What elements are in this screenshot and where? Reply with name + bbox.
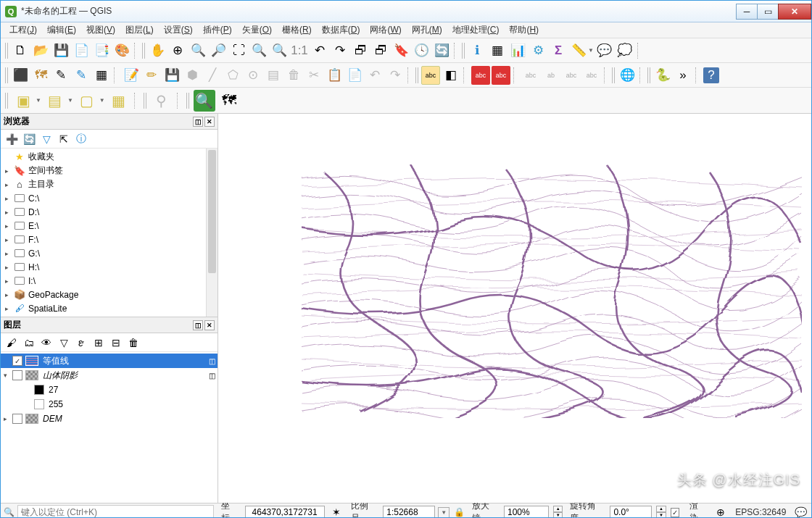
locator-input[interactable]: [17, 505, 214, 518]
layer-item-dem[interactable]: ▸ DEM: [1, 412, 218, 426]
copy-features-icon[interactable]: 📋: [325, 66, 344, 85]
browser-item-drive-e[interactable]: ▸E:\: [1, 219, 218, 233]
layer-visibility-checkbox[interactable]: ✓: [12, 356, 22, 366]
toolbar-handle[interactable]: [5, 43, 9, 59]
menu-mesh[interactable]: 网孔(M): [407, 22, 447, 38]
label-pin-icon[interactable]: abc: [471, 66, 490, 85]
browser-tree[interactable]: ★收藏夹 ▸🔖空间书签 ▸⌂主目录 ▸C:\ ▸D:\ ▸E:\ ▸F:\ ▸G…: [1, 149, 218, 317]
measure-icon[interactable]: 📏: [569, 41, 588, 60]
paste-features-icon[interactable]: 📄: [345, 66, 364, 85]
menu-view[interactable]: 视图(V): [82, 22, 120, 38]
toolbar-handle[interactable]: [144, 93, 148, 109]
label-unpinned-icon[interactable]: abc: [492, 66, 510, 85]
toolbar-handle[interactable]: [186, 93, 191, 109]
add-layer-icon[interactable]: ➕: [4, 131, 20, 147]
save-edits-icon[interactable]: 💾: [162, 66, 181, 85]
refresh-icon[interactable]: 🔄: [432, 41, 451, 60]
browser-item-drive-h[interactable]: ▸H:\: [1, 260, 218, 274]
browser-item-drive-d[interactable]: ▸D:\: [1, 205, 218, 219]
toolbar-handle[interactable]: [415, 67, 420, 83]
show-tips-icon[interactable]: 💭: [616, 41, 634, 60]
scale-input[interactable]: [383, 506, 435, 519]
zoom-last-icon[interactable]: ↶: [310, 41, 329, 60]
attributes-table-icon[interactable]: ▦: [488, 41, 507, 60]
label-rotate-icon[interactable]: abc: [562, 66, 581, 85]
label-diagram-icon[interactable]: ◧: [442, 66, 460, 85]
crs-icon[interactable]: ⊕: [713, 504, 729, 518]
layer-child-27[interactable]: 27: [1, 383, 218, 397]
zoom-selection-icon[interactable]: 🔍: [249, 41, 268, 60]
new-print-layout-icon[interactable]: 📄: [72, 41, 91, 60]
menu-web[interactable]: 网络(W): [365, 22, 405, 38]
toolbar-handle[interactable]: [647, 67, 652, 83]
label-change-icon[interactable]: abc: [582, 66, 601, 85]
filter-icon[interactable]: ▽: [38, 131, 54, 147]
help-icon[interactable]: ?: [703, 67, 719, 83]
zoom-layer-icon[interactable]: 🔍: [270, 41, 289, 60]
locate-icon[interactable]: 🔍: [194, 90, 215, 112]
label-abc-icon[interactable]: abc: [421, 66, 440, 85]
current-edits-icon[interactable]: 📝: [122, 66, 141, 85]
refresh-icon[interactable]: 🔄: [21, 131, 37, 147]
add-vector-icon[interactable]: ⬛: [11, 66, 30, 85]
layers-tree[interactable]: ✓ 等值线 ◫ ▾ 山体阴影 ◫ 27 2: [1, 352, 218, 503]
browser-item-bookmarks[interactable]: ▸🔖空间书签: [1, 164, 218, 177]
expand-all-icon[interactable]: ⊞: [91, 335, 107, 351]
browser-item-favorites[interactable]: ★收藏夹: [1, 150, 218, 164]
select-by-value-icon[interactable]: ▤: [44, 90, 66, 112]
menu-help[interactable]: 帮助(H): [505, 22, 543, 38]
new-map-view-icon[interactable]: 🗗: [351, 41, 370, 60]
toolbox-icon[interactable]: ⚙: [529, 41, 547, 60]
magnifier-spinner[interactable]: ▲▼: [553, 506, 563, 518]
vertex-tool-icon[interactable]: ⊙: [244, 66, 262, 85]
menu-plugins[interactable]: 插件(P): [199, 22, 236, 38]
layer-item-contours[interactable]: ✓ 等值线 ◫: [1, 354, 218, 368]
add-line-icon[interactable]: ╱: [203, 66, 222, 85]
label-move-icon[interactable]: ab: [542, 66, 560, 85]
pan-to-selection-icon[interactable]: ⊕: [168, 41, 187, 60]
menu-settings[interactable]: 设置(S): [160, 22, 197, 38]
manage-visibility-icon[interactable]: 👁: [38, 335, 54, 351]
layer-visibility-checkbox[interactable]: [12, 370, 22, 380]
collapse-all-icon[interactable]: ⇱: [56, 131, 72, 147]
map-tips-icon[interactable]: 💬: [595, 41, 614, 60]
rotation-input[interactable]: [610, 506, 652, 519]
georef-icon[interactable]: 🗺: [218, 90, 240, 112]
open-style-icon[interactable]: 🖌: [4, 335, 20, 351]
menu-layer[interactable]: 图层(L): [121, 22, 158, 38]
rotation-spinner[interactable]: ▲▼: [656, 506, 666, 518]
zoom-out-icon[interactable]: 🔎: [209, 41, 228, 60]
zoom-next-icon[interactable]: ↷: [331, 41, 349, 60]
panel-float-button[interactable]: ◫: [193, 117, 203, 127]
toggle-editing-icon[interactable]: ✏: [142, 66, 161, 85]
collapse-all-icon[interactable]: ⊟: [108, 335, 124, 351]
magnifier-input[interactable]: [504, 506, 549, 519]
overflow-icon[interactable]: »: [674, 66, 692, 85]
browser-item-drive-g[interactable]: ▸G:\: [1, 246, 218, 260]
label-highlight-icon[interactable]: abc: [521, 66, 540, 85]
select-features-icon[interactable]: ▣: [12, 90, 34, 112]
toolbar-handle[interactable]: [5, 67, 9, 83]
new-memory-icon[interactable]: ▦: [92, 66, 111, 85]
filter-icon[interactable]: ⚲: [151, 90, 173, 112]
menu-raster[interactable]: 栅格(R): [278, 22, 316, 38]
add-polygon-icon[interactable]: ⬠: [223, 66, 242, 85]
browser-item-geopackage[interactable]: ▸📦GeoPackage: [1, 288, 218, 301]
zoom-in-icon[interactable]: 🔍: [188, 41, 207, 60]
zoom-full-icon[interactable]: ⛶: [229, 41, 248, 60]
panel-float-button[interactable]: ◫: [193, 320, 203, 330]
python-console-icon[interactable]: 🐍: [653, 66, 672, 85]
cut-features-icon[interactable]: ✂: [304, 66, 323, 85]
lock-scale-icon[interactable]: 🔒: [454, 507, 465, 517]
identify-icon[interactable]: ℹ: [468, 41, 486, 60]
remove-layer-icon[interactable]: 🗑: [125, 335, 141, 351]
new-bookmark-icon[interactable]: 🔖: [392, 41, 410, 60]
layer-item-hillshade[interactable]: ▾ 山体阴影 ◫: [1, 368, 218, 383]
layer-child-255[interactable]: 255: [1, 397, 218, 412]
menu-project[interactable]: 工程(J): [5, 22, 41, 38]
open-project-icon[interactable]: 📂: [31, 41, 50, 60]
statistics-icon[interactable]: Σ: [549, 41, 568, 60]
deselect-icon[interactable]: ▢: [76, 90, 98, 112]
toolbar-handle[interactable]: [462, 43, 466, 59]
browser-item-spatialite[interactable]: ▸🖋SpatiaLite: [1, 301, 218, 315]
